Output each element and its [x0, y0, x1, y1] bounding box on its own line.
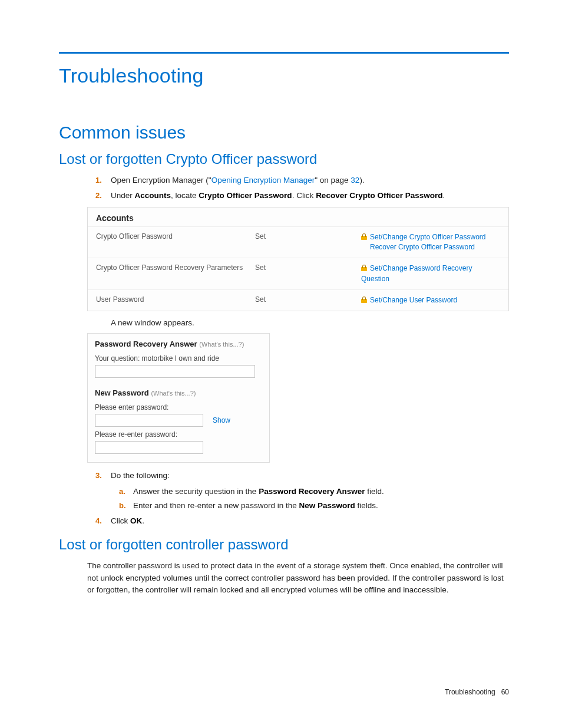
step-3b: b. Enter and then re-enter a new passwor…	[133, 500, 509, 512]
account-name: User Password	[96, 295, 255, 305]
whats-this-link[interactable]: (What's this...?)	[151, 390, 196, 397]
step-3: 3. Do the following: a. Answer the secur…	[111, 470, 509, 512]
step-letter: b.	[119, 500, 126, 512]
body-content: 1. Open Encryption Manager ("Opening Enc…	[87, 174, 509, 527]
set-change-recovery-question-link[interactable]: Set/Change Password Recovery Question	[361, 263, 500, 284]
table-row: Crypto Officer Password Set Set/Change C…	[88, 226, 508, 258]
step-text: ).	[359, 176, 364, 185]
enter-password-label: Please enter password:	[95, 403, 262, 411]
new-password-input[interactable]	[95, 414, 203, 427]
link-page-ref[interactable]: 32	[351, 176, 359, 185]
step-1: 1. Open Encryption Manager ("Opening Enc…	[111, 174, 509, 186]
subsection-heading: Lost or forgotten controller password	[59, 536, 509, 553]
recovery-answer-input[interactable]	[95, 365, 255, 378]
lock-icon	[361, 233, 367, 240]
bold-text: Password Recovery Answer	[259, 487, 365, 496]
step-continuation: A new window appears.	[111, 318, 509, 327]
bold-text: Crypto Officer Password	[199, 191, 292, 200]
bold-text: Accounts	[135, 191, 171, 200]
step-text: . Click	[292, 191, 316, 200]
step-4: 4. Click OK.	[111, 515, 509, 527]
section-heading: Common issues	[59, 123, 509, 143]
account-status: Set	[255, 232, 361, 253]
show-password-link[interactable]: Show	[213, 416, 230, 424]
step-text: .	[142, 516, 144, 525]
step-text: .	[442, 191, 445, 200]
step-letter: a.	[119, 486, 125, 498]
step-text: Do the following:	[111, 471, 170, 480]
paragraph: The controller password is used to prote…	[87, 560, 509, 596]
step-text: Enter and then re-enter a new password i…	[133, 501, 299, 510]
step-2: 2. Under Accounts, locate Crypto Officer…	[111, 190, 509, 202]
step-number: 1.	[95, 174, 102, 186]
top-rule	[59, 52, 509, 54]
step-text: fields.	[355, 501, 378, 510]
whats-this-link[interactable]: (What's this...?)	[199, 341, 244, 348]
table-row: User Password Set Set/Change User Passwo…	[88, 289, 508, 311]
step-3a: a. Answer the security question in the P…	[133, 486, 509, 498]
reenter-password-input[interactable]	[95, 441, 203, 454]
bold-text: OK	[130, 516, 142, 525]
reenter-password-label: Please re-enter password:	[95, 430, 262, 439]
step-text: Under	[111, 191, 135, 200]
link-opening-encryption-manager[interactable]: Opening Encryption Manager	[211, 176, 315, 185]
recovery-panel: Password Recovery Answer (What's this...…	[87, 333, 270, 463]
footer-page-number: 60	[501, 688, 509, 696]
step-text: Answer the security question in the	[133, 487, 259, 496]
account-status: Set	[255, 295, 361, 305]
step-number: 2.	[95, 190, 102, 202]
recovery-question-label: Your question: motorbike I own and ride	[95, 354, 262, 363]
set-change-crypto-officer-password-link[interactable]: Set/Change Crypto Officer Password	[361, 232, 500, 242]
footer-section: Troubleshooting	[445, 688, 495, 696]
step-text: field.	[365, 487, 384, 496]
step-number: 3.	[95, 470, 102, 482]
step-text: Open Encryption Manager ("	[111, 176, 211, 185]
lock-icon	[361, 265, 367, 271]
accounts-panel: Accounts Crypto Officer Password Set Set…	[87, 207, 509, 312]
step-text: , locate	[171, 191, 199, 200]
panel-heading: New Password (What's this...?)	[95, 388, 262, 397]
bold-text: Recover Crypto Officer Password	[316, 191, 442, 200]
page-title: Troubleshooting	[59, 64, 509, 87]
account-name: Crypto Officer Password	[96, 232, 255, 253]
step-text: Click	[111, 516, 130, 525]
lock-icon	[361, 297, 367, 303]
table-row: Crypto Officer Password Recovery Paramet…	[88, 258, 508, 289]
account-status: Set	[255, 263, 361, 284]
panel-heading: Password Recovery Answer (What's this...…	[95, 340, 262, 348]
recover-crypto-officer-password-link[interactable]: Recover Crypto Officer Password	[361, 242, 500, 252]
bold-text: New Password	[299, 501, 355, 510]
account-name: Crypto Officer Password Recovery Paramet…	[96, 263, 255, 284]
step-text: " on page	[315, 176, 351, 185]
step-number: 4.	[95, 515, 102, 527]
set-change-user-password-link[interactable]: Set/Change User Password	[361, 295, 500, 305]
accounts-title: Accounts	[88, 207, 508, 226]
page-footer: Troubleshooting 60	[445, 688, 509, 696]
subsection-heading: Lost or forgotten Crypto Officer passwor…	[59, 151, 509, 167]
